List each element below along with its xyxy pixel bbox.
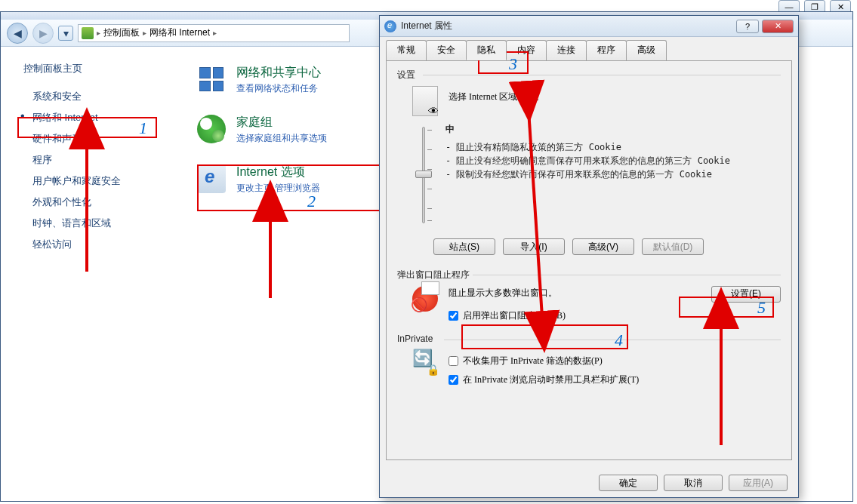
inp-check1-label: 不收集用于 InPrivate 筛选的数据(P) xyxy=(463,355,603,367)
popup-label: 弹出窗口阻止程序 xyxy=(397,269,781,281)
tab-privacy[interactable]: 隐私 xyxy=(466,40,507,60)
settings-label: 设置 xyxy=(397,69,781,81)
item-sub[interactable]: 查看网络状态和任务 xyxy=(236,82,321,95)
item-title[interactable]: Internet 选项 xyxy=(236,164,320,180)
bullet: - 阻止没有精简隐私政策的第三方 Cookie xyxy=(445,140,781,154)
privacy-level: 中 xyxy=(445,122,781,136)
item-sub[interactable]: 选择家庭组和共享选项 xyxy=(236,132,327,145)
privacy-slider[interactable] xyxy=(412,122,435,228)
back-button[interactable]: ◀ xyxy=(7,23,28,44)
path-sep: ▸ xyxy=(143,29,146,37)
homegroup-icon xyxy=(197,115,226,143)
inp-checkbox-2[interactable] xyxy=(449,375,458,385)
settings-icon xyxy=(412,86,438,116)
advanced-button[interactable]: 高级(V) xyxy=(572,238,634,255)
default-button[interactable]: 默认值(D) xyxy=(642,238,704,255)
dlg-footer: 确定 取消 应用(A) xyxy=(599,475,788,491)
address-bar[interactable]: ▸ 控制面板 ▸ 网络和 Internet ▸ xyxy=(78,24,350,42)
ok-button[interactable]: 确定 xyxy=(599,475,658,491)
apply-button[interactable]: 应用(A) xyxy=(729,475,788,491)
dlg-titlebar[interactable]: Internet 属性 ? ✕ xyxy=(380,16,798,37)
help-button[interactable]: ? xyxy=(736,20,759,33)
path-current[interactable]: 网络和 Internet xyxy=(150,26,210,39)
group-settings: 设置 选择 Internet 区域设置。 中 - 阻止 xyxy=(397,69,781,255)
bullet: - 限制没有经您默许而保存可用来联系您的信息的第一方 Cookie xyxy=(445,167,781,181)
enable-popup-blocker-check[interactable]: 启用弹出窗口阻止程序(B) xyxy=(449,309,781,323)
network-icon xyxy=(197,65,226,94)
popup-blocker-icon xyxy=(412,286,438,312)
path-root[interactable]: 控制面板 xyxy=(103,26,140,39)
ie-icon xyxy=(197,164,226,193)
dlg-content: 设置 选择 Internet 区域设置。 中 - 阻止 xyxy=(386,60,792,460)
bullet: - 阻止没有经您明确同意而保存可用来联系您的信息的第三方 Cookie xyxy=(445,154,781,167)
settings-desc: 选择 Internet 区域设置。 xyxy=(449,86,544,103)
forward-button[interactable]: ▶ xyxy=(32,23,54,44)
dlg-title: Internet 属性 xyxy=(401,20,733,32)
sidebar-item-ease[interactable]: 轻松访问 xyxy=(23,234,167,255)
recent-button[interactable]: ▾ xyxy=(58,26,73,41)
group-inprivate: InPrivate 不收集用于 InPrivate 筛选的数据(P) 在 InP… xyxy=(397,333,781,386)
path-sep: ▸ xyxy=(213,29,217,37)
dlg-tabs: 常规 安全 隐私 内容 连接 程序 高级 xyxy=(380,37,798,60)
inprivate-label: InPrivate xyxy=(397,333,781,344)
path-icon xyxy=(82,27,94,39)
popup-check-label: 启用弹出窗口阻止程序(B) xyxy=(463,309,566,323)
tab-programs[interactable]: 程序 xyxy=(586,40,627,60)
group-popup: 弹出窗口阻止程序 阻止显示大多数弹出窗口。 设置(E) 启用弹出窗口阻止程序(B… xyxy=(397,269,781,323)
item-sub[interactable]: 更改主页 管理浏览器 xyxy=(236,182,320,195)
cancel-button[interactable]: 取消 xyxy=(664,475,723,491)
inprivate-disable-toolbars-check[interactable]: 在 InPrivate 浏览启动时禁用工具栏和扩展(T) xyxy=(449,373,781,386)
sidebar-item-system[interactable]: 系统和安全 xyxy=(23,86,167,107)
tab-advanced[interactable]: 高级 xyxy=(626,40,667,60)
tab-content[interactable]: 内容 xyxy=(506,40,547,60)
item-title[interactable]: 家庭组 xyxy=(236,115,327,131)
dlg-close-button[interactable]: ✕ xyxy=(762,20,794,33)
tab-connections[interactable]: 连接 xyxy=(546,40,587,60)
tab-general[interactable]: 常规 xyxy=(386,40,427,60)
sites-button[interactable]: 站点(S) xyxy=(433,238,495,255)
inprivate-nocollect-check[interactable]: 不收集用于 InPrivate 筛选的数据(P) xyxy=(449,355,781,367)
slider-thumb[interactable] xyxy=(415,171,432,178)
inp-check2-label: 在 InPrivate 浏览启动时禁用工具栏和扩展(T) xyxy=(463,373,639,386)
cp-sidebar: 控制面板主页 系统和安全 网络和 Internet 硬件和声音 程序 用户帐户和… xyxy=(1,47,174,501)
sidebar-item-hardware[interactable]: 硬件和声音 xyxy=(23,128,167,149)
slider-desc: 中 - 阻止没有精简隐私政策的第三方 Cookie - 阻止没有经您明确同意而保… xyxy=(445,122,781,181)
popup-settings-button[interactable]: 设置(E) xyxy=(711,286,781,303)
sidebar-item-users[interactable]: 用户帐户和家庭安全 xyxy=(23,171,167,192)
item-title[interactable]: 网络和共享中心 xyxy=(236,65,321,81)
tab-security[interactable]: 安全 xyxy=(426,40,467,60)
path-sep: ▸ xyxy=(97,29,100,37)
popup-checkbox[interactable] xyxy=(449,311,458,321)
sidebar-item-clock[interactable]: 时钟、语言和区域 xyxy=(23,213,167,234)
popup-desc: 阻止显示大多数弹出窗口。 xyxy=(449,286,557,300)
sidebar-item-appearance[interactable]: 外观和个性化 xyxy=(23,192,167,213)
sidebar-item-network[interactable]: 网络和 Internet xyxy=(23,107,167,128)
inprivate-icon xyxy=(412,349,438,374)
sidebar-header[interactable]: 控制面板主页 xyxy=(23,62,167,75)
ie-small-icon xyxy=(384,20,396,32)
internet-properties-dialog: Internet 属性 ? ✕ 常规 安全 隐私 内容 连接 程序 高级 设置 … xyxy=(379,15,799,498)
import-button[interactable]: 导入(I) xyxy=(503,238,565,255)
inp-checkbox-1[interactable] xyxy=(449,356,458,366)
sidebar-item-programs[interactable]: 程序 xyxy=(23,149,167,171)
